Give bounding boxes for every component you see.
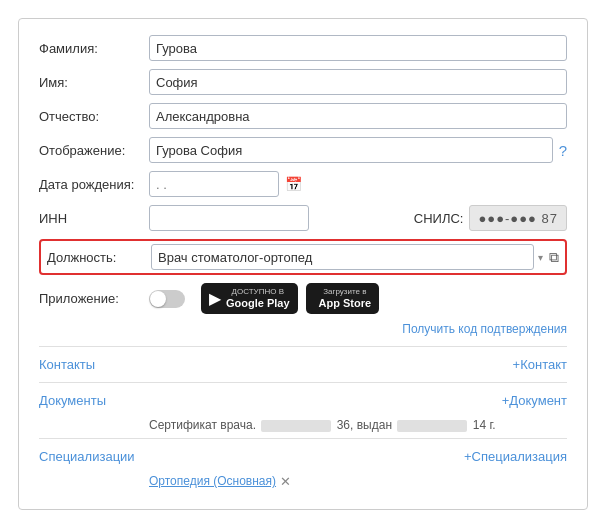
inn-snils-row: ИНН СНИЛС: ●●●-●●● 87 [39,205,567,231]
cert-row: Сертификат врача. 36, выдан 14 г. [39,418,567,432]
dolgnost-label: Должность: [47,250,151,265]
dokumenty-link[interactable]: Документы [39,393,106,408]
familiya-input[interactable] [149,35,567,61]
kod-podtverzhdeniya[interactable]: Получить код подтверждения [39,322,567,336]
dolgnost-row: Должность: ▾ ⧉ [39,239,567,275]
cert-text-2: 36, выдан [337,418,392,432]
copy-icon[interactable]: ⧉ [549,249,559,266]
spec-tag-row: Ортопедия (Основная) ✕ [39,474,567,489]
familiya-label: Фамилия: [39,41,149,56]
spetsializatsiya-section-row: Специализации +Специализация [39,445,567,468]
imya-label: Имя: [39,75,149,90]
otobrazhenie-label: Отображение: [39,143,149,158]
store-buttons: ▶ ДОСТУПНО В Google Play Загрузите в App… [201,283,379,314]
snils-label: СНИЛС: [414,211,464,226]
familiya-row: Фамилия: [39,35,567,61]
otobrazhenie-row: Отображение: ? [39,137,567,163]
help-icon[interactable]: ? [559,142,567,159]
toggle-knob [150,291,166,307]
inn-input[interactable] [149,205,309,231]
google-play-icon: ▶ [209,289,221,308]
otchestvo-label: Отчество: [39,109,149,124]
toggle-switch[interactable] [149,290,185,308]
cert-text-3: 14 г. [473,418,496,432]
cert-blur-2 [397,420,467,432]
divider-3 [39,438,567,439]
dropdown-arrow-icon[interactable]: ▾ [538,252,543,263]
snils-value: ●●●-●●● 87 [469,205,567,231]
spec-remove-button[interactable]: ✕ [280,474,291,489]
data-rozhdeniya-input[interactable] [149,171,279,197]
data-rozhdeniya-label: Дата рождения: [39,177,149,192]
divider-2 [39,382,567,383]
spetsializatsiya-link[interactable]: Специализации [39,449,135,464]
prilozhenie-row: Приложение: ▶ ДОСТУПНО В Google Play Заг… [39,283,567,314]
dokumenty-add[interactable]: +Документ [502,393,567,408]
spec-tag[interactable]: Ортопедия (Основная) [149,474,276,488]
dokumenty-section-row: Документы +Документ [39,389,567,412]
app-store-title: App Store [319,297,372,310]
prilozhenie-label: Приложение: [39,291,149,306]
google-play-text: ДОСТУПНО В Google Play [226,287,290,310]
kontakty-link[interactable]: Контакты [39,357,95,372]
otobrazhenie-input[interactable] [149,137,553,163]
cert-text-1: Сертификат врача. [149,418,256,432]
app-store-subtitle: Загрузите в [319,287,372,297]
data-rozhdeniya-row: Дата рождения: 📅 [39,171,567,197]
divider-1 [39,346,567,347]
spetsializatsiya-add[interactable]: +Специализация [464,449,567,464]
snils-text: ●●●-●●● 87 [478,211,558,226]
app-store-text: Загрузите в App Store [319,287,372,310]
google-play-button[interactable]: ▶ ДОСТУПНО В Google Play [201,283,298,314]
imya-input[interactable] [149,69,567,95]
dolgnost-input[interactable] [151,244,534,270]
calendar-icon[interactable]: 📅 [285,176,302,192]
imya-row: Имя: [39,69,567,95]
inn-label: ИНН [39,211,149,226]
otchestvo-input[interactable] [149,103,567,129]
profile-form: Фамилия: Имя: Отчество: Отображение: ? Д… [18,18,588,510]
app-store-button[interactable]: Загрузите в App Store [306,283,380,314]
otchestvo-row: Отчество: [39,103,567,129]
kontakty-add[interactable]: +Контакт [513,357,567,372]
kontakty-section-row: Контакты +Контакт [39,353,567,376]
google-play-subtitle: ДОСТУПНО В [226,287,290,297]
google-play-title: Google Play [226,297,290,310]
cert-blur-1 [261,420,331,432]
